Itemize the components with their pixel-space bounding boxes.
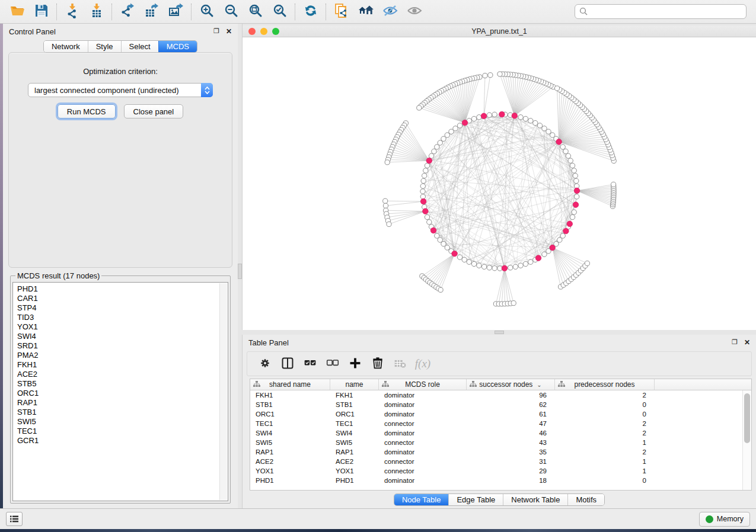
result-item[interactable]: CAR1 [17,294,228,303]
zoom-in-button[interactable] [194,2,219,21]
result-item[interactable]: TID3 [17,313,228,322]
table-row[interactable]: FKH1FKH1dominator962 [250,390,751,400]
column-header-successor-nodes[interactable]: successor nodes⌄ [467,379,555,390]
result-item[interactable]: ACE2 [17,370,228,379]
open-folder-button[interactable] [5,2,29,21]
vertical-splitter[interactable] [238,24,242,508]
splitter-grip[interactable] [238,264,242,279]
show-all-button[interactable] [402,2,426,21]
result-item[interactable]: PHD1 [17,284,228,294]
shared-column-icon [382,381,389,389]
result-item[interactable]: TEC1 [17,427,228,436]
table-row[interactable]: PHD1PHD1dominator180 [250,476,751,485]
result-item[interactable]: SWI5 [17,417,228,427]
add-button[interactable] [347,355,363,372]
float-panel-icon[interactable]: ❐ [732,338,738,347]
run-mcds-button[interactable]: Run MCDS [58,104,116,118]
cell: dominator [379,392,467,399]
import-table-button[interactable] [84,2,109,21]
selected-option: largest connected component (undirected) [34,86,179,95]
tab-network-table[interactable]: Network Table [503,494,567,505]
table-row[interactable]: RAP1RAP1dominator352 [250,447,751,457]
result-item[interactable]: YOX1 [17,322,228,332]
close-panel-icon[interactable]: ✕ [744,338,750,347]
tab-network[interactable]: Network [44,41,88,52]
tab-edge-table[interactable]: Edge Table [448,494,503,505]
result-item[interactable]: STP4 [17,303,228,313]
column-header-predecessor-nodes[interactable]: predecessor nodes [555,379,655,390]
column-header-MCDS-role[interactable]: MCDS role [379,379,467,390]
home-all-button[interactable] [353,2,378,21]
cell: PHD1 [330,477,379,484]
column-header-name[interactable]: name [330,379,379,390]
result-item[interactable]: RAP1 [17,398,228,408]
hide-selected-icon [382,3,398,20]
result-item[interactable]: STB5 [17,379,228,389]
close-panel-icon[interactable]: ✕ [226,27,232,36]
zoom-selected-button[interactable] [267,2,292,21]
result-item[interactable]: SRD1 [17,341,228,351]
float-panel-icon[interactable]: ❐ [213,27,219,36]
splitter-grip[interactable] [495,331,504,334]
column-header-shared-name[interactable]: shared name [250,379,330,390]
cell: 47 [467,420,555,427]
result-item[interactable]: FKH1 [17,360,228,370]
cell: 1 [555,467,655,475]
table-row[interactable]: SWI5SWI5connector431 [250,438,751,447]
export-table-button[interactable] [139,2,164,21]
cell: dominator [379,430,467,437]
hide-selected-button[interactable] [378,2,402,21]
duplicate-network-icon [334,3,349,20]
mcds-result-list[interactable]: PHD1CAR1STP4TID3YOX1SWI4SRD1PMA2FKH1ACE2… [13,283,228,446]
duplicate-network-button[interactable] [329,2,353,21]
network-graph[interactable] [243,37,754,329]
shared-column-icon [558,381,565,389]
search-input[interactable] [575,4,747,19]
result-item[interactable]: ORC1 [17,389,228,398]
cell: TEC1 [330,420,379,427]
tab-node-table[interactable]: Node Table [394,494,449,505]
table-row[interactable]: ORC1ORC1dominator610 [250,409,751,419]
export-image-button[interactable] [164,2,188,21]
tab-select[interactable]: Select [121,41,158,52]
export-network-button[interactable] [115,2,139,21]
result-item[interactable]: GCR1 [17,436,228,446]
table-row[interactable]: TEC1TEC1connector472 [250,419,751,428]
function-icon: f(x) [415,357,430,370]
import-table-icon [89,3,104,20]
result-item[interactable]: SWI4 [17,332,228,341]
refresh-button[interactable] [298,2,323,21]
table-scrollbar[interactable] [742,390,751,490]
deselect-all-button[interactable] [324,355,341,372]
toolbar-separator [295,4,295,20]
zoom-fit-button[interactable] [243,2,267,21]
result-item[interactable]: STB1 [17,408,228,417]
cell: ACE2 [250,458,330,465]
close-panel-button[interactable]: Close panel [124,104,184,118]
import-network-button[interactable] [60,2,84,21]
memory-button[interactable]: Memory [699,512,750,527]
tab-style[interactable]: Style [88,41,121,52]
table-row[interactable]: ACE2ACE2connector311 [250,457,751,466]
network-title: YPA_prune.txt_1 [243,27,756,36]
table-row[interactable]: YOX1YOX1connector291 [250,466,751,476]
optimization-criterion-label: Optimization criterion: [9,67,232,76]
optimization-criterion-select[interactable]: largest connected component (undirected) [28,83,213,97]
columns-button[interactable] [279,355,296,372]
save-button[interactable] [29,2,53,21]
table-row[interactable]: SWI4SWI4dominator462 [250,428,751,438]
tab-mcds[interactable]: MCDS [158,41,197,52]
scrollbar-thumb[interactable] [744,393,750,443]
horizontal-splitter[interactable] [242,330,756,335]
result-scrollbar[interactable] [219,283,227,500]
select-all-button[interactable] [302,355,318,372]
zoom-out-button[interactable] [219,2,243,21]
network-canvas[interactable] [243,37,756,330]
delete-table-icon [394,357,407,371]
table-row[interactable]: STB1STB1dominator620 [250,400,751,409]
gear-button[interactable] [257,355,273,372]
task-history-button[interactable] [6,512,23,526]
tab-motifs[interactable]: Motifs [567,494,604,505]
result-item[interactable]: PMA2 [17,351,228,360]
trash-button[interactable] [369,355,386,372]
